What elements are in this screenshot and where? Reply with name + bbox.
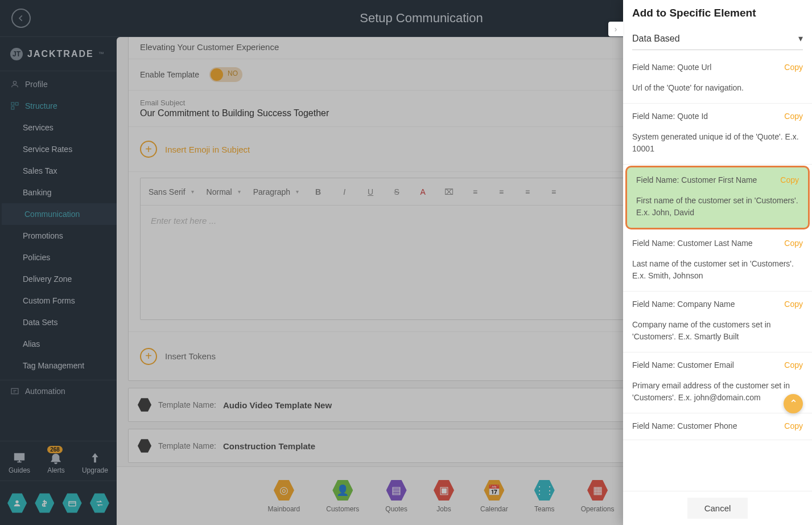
svg-rect-1	[11, 102, 14, 105]
drawer-type-select[interactable]: Data Based ▾	[632, 27, 803, 50]
field-description: Url of the 'Quote' for navigation.	[632, 82, 803, 94]
align-right-button[interactable]: ≡	[547, 187, 560, 196]
document-icon: ▤	[386, 479, 407, 502]
insert-emoji-label[interactable]: Insert Emoji in Subject	[165, 145, 250, 154]
copy-button[interactable]: Copy	[780, 175, 799, 184]
enable-template-toggle[interactable]: NO	[209, 67, 242, 82]
transfer-icon	[95, 499, 104, 508]
nav-calendar[interactable]: 📅Calendar	[475, 475, 514, 516]
token-field[interactable]: Field Name: Quote IdCopySystem generated…	[623, 104, 812, 165]
nav-sales-tax[interactable]: Sales Tax	[0, 160, 117, 182]
nav-teams[interactable]: ⋮⋮Teams	[529, 475, 560, 516]
user-icon	[10, 80, 19, 89]
nav-promotions[interactable]: Promotions	[0, 225, 117, 247]
token-field[interactable]: Field Name: Customer First NameCopyFirst…	[625, 166, 810, 229]
nav-policies[interactable]: Policies	[0, 247, 117, 268]
copy-button[interactable]: Copy	[784, 300, 803, 309]
user-icon	[13, 499, 22, 508]
nav-alias[interactable]: Alias	[0, 333, 117, 355]
bold-button[interactable]: B	[311, 187, 325, 196]
nav-delivery-zone[interactable]: Delivery Zone	[0, 268, 117, 290]
token-field[interactable]: Field Name: Company NameCopyCompany name…	[623, 292, 812, 352]
field-name-label: Field Name: Company Name	[632, 300, 803, 309]
nav-banking[interactable]: Banking	[0, 182, 117, 203]
nav-structure[interactable]: Structure	[0, 95, 117, 117]
drawer-collapse-tab[interactable]: ›	[608, 22, 623, 36]
nav-operations[interactable]: ▦Operations	[575, 475, 620, 516]
toggle-text: NO	[228, 69, 238, 77]
field-description: System generated unique id of the 'Quote…	[632, 131, 803, 155]
strike-button[interactable]: S	[390, 187, 403, 196]
svg-rect-5	[15, 453, 24, 460]
nav-automation[interactable]: Automation	[0, 380, 117, 401]
insert-emoji-button[interactable]: +	[140, 141, 157, 158]
copy-button[interactable]: Copy	[784, 421, 803, 430]
clear-format-button[interactable]: ⌧	[442, 187, 456, 196]
enable-template-label: Enable Template	[140, 70, 199, 79]
structure-icon	[10, 101, 19, 110]
block-type-select[interactable]: Paragraph▾	[253, 187, 299, 196]
insert-tokens-button[interactable]: +	[140, 348, 157, 365]
nav-quotes[interactable]: ▤Quotes	[380, 475, 413, 516]
font-size-select[interactable]: Normal▾	[207, 187, 241, 196]
copy-button[interactable]: Copy	[784, 360, 803, 370]
field-name-label: Field Name: Quote Id	[632, 112, 803, 121]
alerts-button[interactable]: 268 Alerts	[47, 452, 65, 474]
underline-button[interactable]: U	[364, 187, 377, 196]
italic-button[interactable]: I	[337, 187, 351, 196]
chevron-left-icon	[17, 14, 25, 22]
field-description: Last name of the customer set in 'Custom…	[632, 258, 803, 282]
font-family-select[interactable]: Sans Serif▾	[149, 187, 194, 196]
template-name: Construction Template	[223, 441, 315, 451]
operations-icon: ▦	[587, 479, 608, 502]
token-field[interactable]: Field Name: Customer Last NameCopyLast n…	[623, 231, 812, 292]
user-icon: 👤	[332, 479, 353, 502]
field-name-label: Field Name: Quote Url	[632, 63, 803, 72]
nav-service-rates[interactable]: Service Rates	[0, 138, 117, 160]
card-icon	[68, 499, 77, 508]
copy-button[interactable]: Copy	[784, 112, 803, 121]
upgrade-button[interactable]: Upgrade	[82, 452, 108, 474]
align-center-button[interactable]: ≡	[521, 187, 534, 196]
copy-button[interactable]: Copy	[784, 239, 803, 248]
dollar-icon	[40, 499, 49, 508]
nav-tag-management[interactable]: Tag Management	[0, 355, 117, 376]
team-icon: ⋮⋮	[534, 479, 555, 502]
svg-rect-2	[15, 102, 18, 105]
brand-logo-icon: JT	[10, 48, 23, 60]
template-name: Audio Video Template New	[223, 400, 332, 410]
nav-data-sets[interactable]: Data Sets	[0, 311, 117, 333]
nav-jobs[interactable]: ▣Jobs	[428, 475, 460, 516]
automation-icon	[10, 387, 19, 396]
hex-shortcut-3[interactable]	[63, 493, 82, 514]
hex-shortcut-2[interactable]	[35, 493, 54, 514]
token-field[interactable]: Field Name: Customer PhoneCopy	[623, 413, 812, 440]
nav-services[interactable]: Services	[0, 117, 117, 138]
nav-mainboard[interactable]: ◎Mainboard	[262, 475, 306, 516]
bell-icon	[50, 452, 62, 464]
token-field[interactable]: Field Name: Quote UrlCopyUrl of the 'Quo…	[623, 55, 812, 104]
svg-rect-7	[69, 501, 76, 506]
back-button[interactable]	[11, 9, 31, 28]
calendar-icon: 📅	[484, 479, 504, 502]
align-left-button[interactable]: ≡	[494, 187, 508, 196]
nav-custom-forms[interactable]: Custom Forms	[0, 290, 117, 311]
hex-shortcut-1[interactable]	[7, 493, 27, 514]
monitor-icon	[13, 452, 26, 464]
alerts-badge: 268	[47, 446, 63, 453]
hex-shortcut-4[interactable]	[90, 493, 109, 514]
guides-button[interactable]: Guides	[9, 452, 30, 474]
nav-profile[interactable]: Profile	[0, 73, 117, 95]
nav-customers[interactable]: 👤Customers	[320, 475, 365, 516]
text-color-button[interactable]: A	[416, 187, 430, 196]
toggle-knob	[211, 68, 223, 81]
insert-tokens-label: Insert Tokens	[165, 351, 693, 361]
cancel-button[interactable]: Cancel	[687, 498, 748, 519]
hex-icon	[138, 438, 151, 453]
nav-communication[interactable]: Communication	[0, 203, 117, 225]
arrow-up-icon	[89, 452, 101, 464]
briefcase-icon: ▣	[434, 479, 454, 502]
list-ul-button[interactable]: ≡	[468, 187, 482, 196]
scroll-top-button[interactable]: ⌃	[784, 394, 803, 413]
copy-button[interactable]: Copy	[784, 63, 803, 72]
